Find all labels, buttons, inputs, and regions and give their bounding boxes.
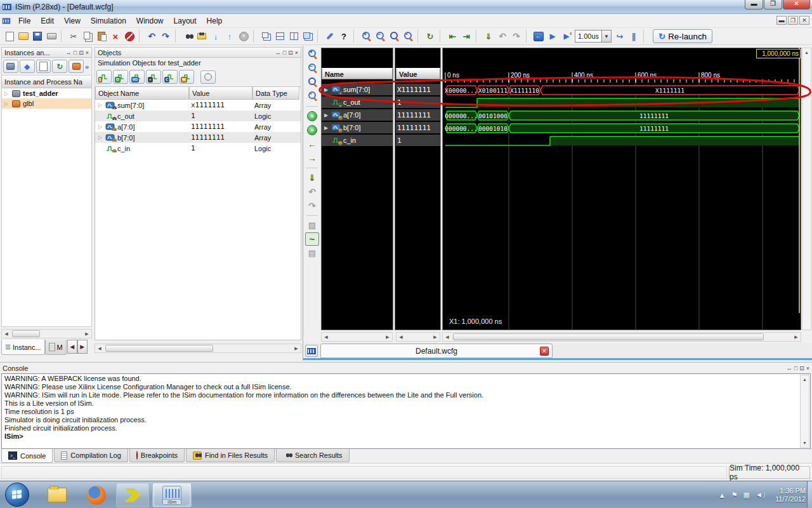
- tab-memory[interactable]: M: [45, 340, 67, 355]
- go-to-previous-transition-button[interactable]: [305, 109, 319, 123]
- maximize-icon[interactable]: □: [283, 50, 286, 56]
- cut-button[interactable]: ✂: [67, 29, 81, 43]
- memory-chip-orange-button[interactable]: [69, 60, 84, 73]
- print-button[interactable]: [44, 29, 58, 43]
- step-button[interactable]: ↪: [613, 29, 627, 43]
- tile-vertically-button[interactable]: [287, 29, 301, 43]
- minimize-button[interactable]: ▬: [745, 0, 763, 10]
- wave-row-a[7:0][interactable]: ▶wa[7:0]: [322, 109, 393, 121]
- run-for-time-button[interactable]: ▶: [560, 29, 573, 43]
- object-row-c_in[interactable]: wc_in1Logic: [95, 143, 301, 154]
- menu-view[interactable]: View: [59, 15, 86, 27]
- overlap-windows-button[interactable]: [301, 29, 315, 43]
- instance-chip-blue-button[interactable]: [3, 60, 18, 73]
- menu-file[interactable]: File: [13, 15, 36, 27]
- expand-icon[interactable]: ▷: [3, 91, 10, 97]
- tab-compilation-log[interactable]: Compilation Log: [54, 449, 128, 462]
- wave-row-c_out[interactable]: +c_out: [322, 97, 393, 108]
- wave-row-b[7:0][interactable]: ▶wb[7:0]: [322, 122, 393, 133]
- read-only-button[interactable]: [122, 29, 136, 43]
- instances-column-header[interactable]: Instance and Process Na: [1, 76, 92, 88]
- tab-breakpoints[interactable]: Breakpoints: [129, 449, 185, 462]
- go-to-previous-transition-button[interactable]: ⇤: [445, 29, 459, 43]
- console-vscrollbar[interactable]: ▲ ▼: [800, 375, 809, 448]
- run-time-combo[interactable]: 1.00us▼: [575, 30, 612, 43]
- scroll-right-icon[interactable]: ▶: [292, 344, 301, 352]
- wave-value-header[interactable]: Value: [396, 68, 440, 79]
- wave-value-b[7:0][interactable]: 11111111: [396, 122, 440, 133]
- tab-find-in-files-results[interactable]: Find in Files Results: [186, 449, 275, 462]
- scroll-down-icon[interactable]: ▼: [801, 439, 809, 447]
- measure-ruler-button[interactable]: ▤: [305, 246, 319, 260]
- taskbar-ise-button[interactable]: [116, 483, 149, 507]
- previous-marker-button[interactable]: ↶: [495, 29, 509, 43]
- relaunch-button[interactable]: ↻Re-launch: [653, 29, 712, 43]
- zoom-out-button[interactable]: −: [305, 62, 319, 75]
- object-row-b[7:0][interactable]: ▷wb[7:0]11111111Array: [95, 132, 301, 143]
- find-button[interactable]: [181, 29, 195, 43]
- scroll-right-icon[interactable]: ▶: [792, 333, 801, 341]
- filter-wires-button[interactable]: W: [179, 70, 194, 84]
- taskbar-firefox-button[interactable]: [81, 483, 112, 507]
- scroll-left-icon[interactable]: ◀: [95, 344, 104, 352]
- filter-inputs-button[interactable]: I: [96, 70, 112, 84]
- wave-vscrollbar[interactable]: ▲: [802, 48, 811, 330]
- show-desktop-button[interactable]: [807, 481, 812, 508]
- restore-icon[interactable]: ⊡: [288, 50, 293, 56]
- tab-scroll-left-icon[interactable]: ◀: [67, 340, 77, 354]
- expand-icon[interactable]: ▷: [97, 124, 103, 130]
- taskbar-explorer-button[interactable]: [42, 483, 72, 507]
- reload-button[interactable]: ↻: [423, 29, 437, 43]
- filter-constants-button[interactable]: C: [162, 70, 178, 84]
- next-edge-button[interactable]: →: [305, 151, 319, 164]
- zoom-area-button[interactable]: ▪: [401, 29, 415, 43]
- menu-window[interactable]: Window: [131, 15, 169, 27]
- scroll-left-icon[interactable]: ◀: [443, 333, 452, 341]
- scroll-right-icon[interactable]: ▶: [82, 330, 91, 338]
- swap-view-button[interactable]: ▨: [305, 218, 319, 232]
- close-icon[interactable]: ×: [295, 50, 298, 56]
- zoom-full-view-button[interactable]: [305, 76, 319, 89]
- wave-value-c_out[interactable]: 1: [396, 97, 440, 108]
- run-all-button[interactable]: ▶: [546, 29, 560, 43]
- undo-button[interactable]: ↶: [145, 29, 159, 43]
- float-icon[interactable]: ↔: [66, 50, 72, 56]
- show-hidden-icons-icon[interactable]: ▲: [719, 491, 726, 499]
- column-header-value[interactable]: Value: [189, 87, 252, 100]
- cascade-windows-button[interactable]: [259, 29, 273, 43]
- snap-to-transition-button[interactable]: ⇓: [305, 171, 319, 184]
- previous-edge-button[interactable]: ←: [305, 137, 319, 150]
- menu-simulation[interactable]: Simulation: [86, 15, 131, 27]
- expand-icon[interactable]: ▶: [323, 87, 329, 93]
- open-file-button[interactable]: [16, 29, 30, 43]
- wave-value-c_in[interactable]: 1: [396, 135, 440, 146]
- redo-button[interactable]: ↷: [159, 29, 173, 43]
- wave-row-sum[7:0][interactable]: ▶+sum[7:0]: [322, 84, 393, 95]
- tile-horizontally-button[interactable]: [273, 29, 287, 43]
- find-next-button[interactable]: ↓: [209, 29, 223, 43]
- paste-button[interactable]: [95, 29, 108, 43]
- go-to-next-transition-button[interactable]: ⇥: [459, 29, 473, 43]
- float-icon[interactable]: ↔: [275, 50, 281, 56]
- tab-default-wcfg[interactable]: Default.wcfg ✕: [320, 344, 553, 358]
- pause-button[interactable]: ∥: [627, 29, 641, 43]
- zoom-in-button[interactable]: +: [359, 29, 373, 43]
- force-clock-button[interactable]: [200, 70, 216, 84]
- zoom-in-button[interactable]: +: [305, 48, 319, 61]
- restart-button[interactable]: [532, 29, 546, 43]
- filter-outputs-button[interactable]: O: [113, 70, 128, 84]
- previous-marker-button[interactable]: ↶: [305, 185, 319, 198]
- find-in-files-button[interactable]: [195, 29, 209, 43]
- find-previous-button[interactable]: ↑: [223, 29, 237, 43]
- wave-name-header[interactable]: Name: [322, 68, 393, 79]
- menu-help[interactable]: Help: [202, 15, 228, 27]
- expand-icon[interactable]: ▷: [97, 135, 103, 140]
- objects-hscrollbar[interactable]: ◀ ▶: [95, 344, 301, 353]
- action-center-flag-icon[interactable]: ⚑: [731, 491, 738, 499]
- float-icon[interactable]: ↔: [787, 365, 792, 371]
- design-cube-button[interactable]: ◆: [20, 60, 35, 73]
- zoom-out-button[interactable]: −: [373, 29, 387, 43]
- maximize-icon[interactable]: □: [74, 50, 77, 56]
- close-icon[interactable]: ×: [86, 50, 89, 56]
- tab-instances[interactable]: ☰ Instanc...: [1, 340, 45, 355]
